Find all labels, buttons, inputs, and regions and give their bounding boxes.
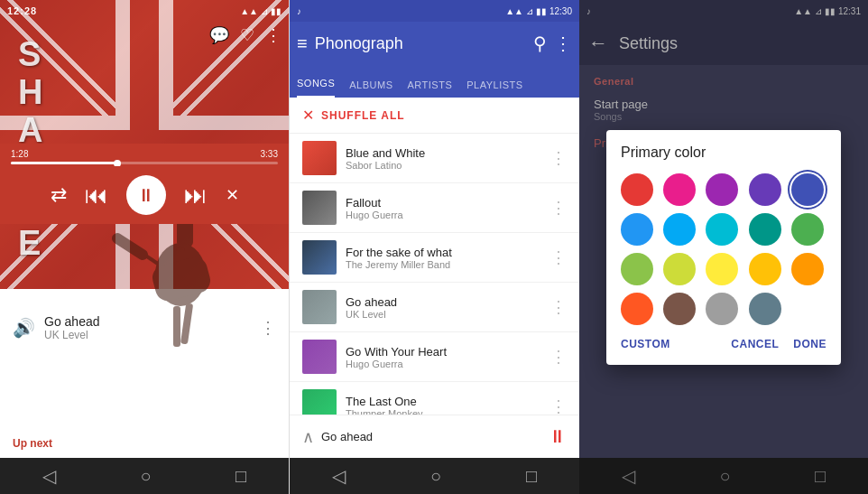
song-more-2[interactable]: ⋮ bbox=[550, 198, 567, 218]
tab-albums[interactable]: ALBUMS bbox=[349, 79, 392, 98]
song-title-6: The Last One bbox=[346, 395, 541, 408]
color-blue-grey[interactable] bbox=[749, 293, 781, 325]
now-playing-mini-bar[interactable]: ∧ Go ahead ⏸ bbox=[290, 415, 579, 458]
p2-nav-back[interactable]: ◁ bbox=[332, 465, 346, 487]
song-more-6[interactable]: ⋮ bbox=[550, 396, 567, 415]
song-item-5[interactable]: Go With Your Heart Hugo Guerra ⋮ bbox=[290, 332, 579, 382]
p1-status-time: 12:28 bbox=[7, 5, 37, 16]
p1-toolbar: 💬 ♡ ⋮ bbox=[0, 22, 289, 49]
cross-button[interactable]: ✕ bbox=[226, 185, 239, 205]
more-icon[interactable]: ⋮ bbox=[265, 25, 282, 45]
song-artist-6: Thumper Monkey bbox=[346, 408, 541, 415]
tab-songs[interactable]: SONGS bbox=[297, 78, 335, 98]
color-red[interactable] bbox=[621, 173, 653, 206]
song-title-5: Go With Your Heart bbox=[346, 345, 541, 359]
song-item-4[interactable]: Go ahead UK Level ⋮ bbox=[290, 283, 579, 332]
chat-icon[interactable]: 💬 bbox=[209, 25, 229, 45]
pause-button[interactable]: ⏸ bbox=[126, 175, 166, 215]
color-orange[interactable] bbox=[791, 253, 824, 285]
p2-toolbar: ≡ Phonograph ⚲ ⋮ bbox=[290, 22, 579, 65]
song-artist-5: Hugo Guerra bbox=[346, 359, 541, 369]
song-more-1[interactable]: ⋮ bbox=[550, 148, 567, 168]
color-deep-purple[interactable] bbox=[749, 173, 781, 206]
song-more-3[interactable]: ⋮ bbox=[550, 247, 567, 267]
song-thumb-5 bbox=[302, 340, 337, 374]
p1-status-bar: 12:28 ▲▲ ⊿ ▮▮ bbox=[0, 0, 289, 22]
color-teal[interactable] bbox=[749, 213, 781, 246]
volume-icon: 🔊 bbox=[13, 317, 35, 339]
color-pink[interactable] bbox=[663, 173, 696, 206]
color-deep-orange[interactable] bbox=[621, 293, 653, 325]
next-button[interactable]: ⏭ bbox=[184, 182, 208, 210]
song-thumb-2 bbox=[302, 191, 337, 225]
playing-bar-title: Go ahead bbox=[321, 430, 541, 443]
song-info-2: Fallout Hugo Guerra bbox=[346, 196, 541, 220]
p2-menu-icon[interactable]: ≡ bbox=[297, 33, 308, 54]
prev-button[interactable]: ⏮ bbox=[85, 182, 108, 210]
song-more-5[interactable]: ⋮ bbox=[550, 347, 567, 367]
playing-bar-pause-icon[interactable]: ⏸ bbox=[549, 426, 567, 447]
color-blue[interactable] bbox=[621, 213, 653, 246]
shuffle-all-button[interactable]: ✕ SHUFFLE ALL bbox=[290, 98, 579, 134]
done-button[interactable]: DONE bbox=[793, 338, 826, 350]
color-indigo[interactable] bbox=[791, 173, 824, 206]
song-item-3[interactable]: For the sake of what The Jeremy Miller B… bbox=[290, 233, 579, 283]
playing-bar-chevron-icon[interactable]: ∧ bbox=[302, 427, 314, 447]
color-cyan[interactable] bbox=[706, 213, 738, 246]
song-thumb-3 bbox=[302, 240, 337, 275]
p2-nav-home[interactable]: ○ bbox=[430, 466, 441, 487]
current-time: 1:28 bbox=[11, 149, 28, 159]
color-purple[interactable] bbox=[706, 173, 738, 206]
progress-times: 1:28 3:33 bbox=[11, 149, 278, 159]
p2-search-icon[interactable]: ⚲ bbox=[533, 33, 547, 54]
panel-settings: ♪ ▲▲ ⊿ ▮▮ 12:31 ← Settings General Start… bbox=[579, 0, 868, 494]
song-title-1: Blue and White bbox=[346, 146, 541, 160]
song-item-2[interactable]: Fallout Hugo Guerra ⋮ bbox=[290, 183, 579, 233]
p2-status-bar: ♪ ▲▲ ⊿ ▮▮ 12:30 bbox=[290, 0, 579, 22]
tab-playlists[interactable]: PLAYLISTS bbox=[466, 79, 522, 98]
color-light-blue[interactable] bbox=[663, 213, 696, 246]
p2-navbar: ◁ ○ □ bbox=[290, 458, 579, 494]
color-grey[interactable] bbox=[706, 293, 738, 325]
cancel-button[interactable]: CANCEL bbox=[731, 338, 779, 350]
color-light-green[interactable] bbox=[621, 253, 653, 285]
song-info-6: The Last One Thumper Monkey bbox=[346, 395, 541, 415]
song-item-6[interactable]: The Last One Thumper Monkey ⋮ bbox=[290, 382, 579, 415]
p1-nav-back[interactable]: ◁ bbox=[42, 465, 56, 487]
song-artist-2: Hugo Guerra bbox=[346, 210, 541, 220]
color-green[interactable] bbox=[791, 213, 824, 246]
song-item-1[interactable]: Blue and White Sabor Latino ⋮ bbox=[290, 134, 579, 183]
p2-more-icon[interactable]: ⋮ bbox=[554, 33, 572, 54]
sharpe-e: E bbox=[18, 225, 42, 263]
p2-time: 12:30 bbox=[549, 6, 572, 16]
song-info-4: Go ahead UK Level bbox=[346, 295, 541, 320]
heart-icon[interactable]: ♡ bbox=[240, 25, 254, 45]
progress-bar[interactable] bbox=[11, 162, 278, 164]
p2-nav-square[interactable]: □ bbox=[526, 466, 537, 487]
p1-nav-square[interactable]: □ bbox=[235, 466, 246, 487]
progress-fill bbox=[11, 162, 117, 164]
p2-battery-icon: ▮▮ bbox=[536, 6, 547, 16]
svg-line-10 bbox=[117, 238, 143, 255]
pause-icon: ⏸ bbox=[137, 185, 155, 206]
song-thumb-1 bbox=[302, 141, 337, 175]
tab-artists[interactable]: ARTISTS bbox=[407, 79, 452, 98]
color-lime[interactable] bbox=[663, 253, 696, 285]
progress-area: 1:28 3:33 bbox=[0, 144, 289, 166]
shuffle-label: SHUFFLE ALL bbox=[321, 109, 405, 122]
shuffle-button[interactable]: ⇄ bbox=[51, 183, 67, 207]
total-time: 3:33 bbox=[261, 149, 278, 159]
song-artist-3: The Jeremy Miller Band bbox=[346, 259, 541, 270]
guitarist-silhouette bbox=[72, 27, 271, 494]
p1-navbar: ◁ ○ □ bbox=[0, 458, 289, 494]
song-artist-1: Sabor Latino bbox=[346, 160, 541, 171]
color-brown[interactable] bbox=[663, 293, 696, 325]
color-yellow[interactable] bbox=[706, 253, 738, 285]
p1-status-icons: ▲▲ ⊿ ▮▮ bbox=[240, 6, 282, 16]
panel-music-player: 12:28 ▲▲ ⊿ ▮▮ 💬 ♡ ⋮ S H A R P E bbox=[0, 0, 289, 494]
color-amber[interactable] bbox=[749, 253, 781, 285]
p1-nav-home[interactable]: ○ bbox=[140, 466, 151, 487]
song-more-4[interactable]: ⋮ bbox=[550, 297, 567, 317]
custom-button[interactable]: CUSTOM bbox=[621, 338, 670, 350]
song-list: Blue and White Sabor Latino ⋮ Fallout Hu… bbox=[290, 134, 579, 415]
